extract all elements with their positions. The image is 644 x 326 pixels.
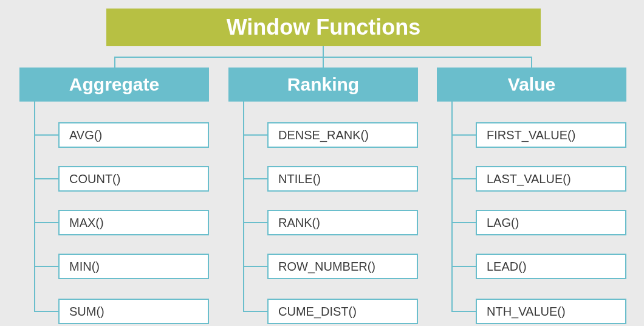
category-value: Value [437,68,626,102]
category-aggregate: Aggregate [19,68,209,102]
function-box: SUM() [58,299,209,324]
function-box: DENSE_RANK() [267,122,418,148]
connector-line [34,178,58,179]
connector-line [34,134,58,136]
function-box: FIRST_VALUE() [476,122,626,148]
connector-line [34,311,58,312]
connector-line [451,178,476,179]
function-box: RANK() [267,210,418,235]
function-box: MAX() [58,210,209,235]
connector-line [34,102,35,312]
function-box: CUME_DIST() [267,299,418,324]
connector-line [323,46,324,57]
function-box: NTH_VALUE() [476,299,626,324]
connector-line [114,57,115,68]
connector-line [451,134,476,136]
connector-line [451,222,476,223]
connector-line [243,134,267,136]
connector-line [243,178,267,179]
function-box: ROW_NUMBER() [267,254,418,279]
function-box: LAG() [476,210,626,235]
connector-line [243,311,267,312]
connector-line [451,266,476,267]
connector-line [531,57,532,68]
diagram-title: Window Functions [106,9,541,46]
connector-line [243,266,267,267]
connector-line [451,102,453,312]
connector-line [451,311,476,312]
function-box: MIN() [58,254,209,279]
connector-line [34,266,58,267]
connector-line [34,222,58,223]
function-box: LAST_VALUE() [476,166,626,192]
category-ranking: Ranking [228,68,418,102]
function-box: NTILE() [267,166,418,192]
connector-line [243,222,267,223]
function-box: AVG() [58,122,209,148]
function-box: COUNT() [58,166,209,192]
function-box: LEAD() [476,254,626,279]
connector-line [323,57,324,68]
connector-line [243,102,244,312]
